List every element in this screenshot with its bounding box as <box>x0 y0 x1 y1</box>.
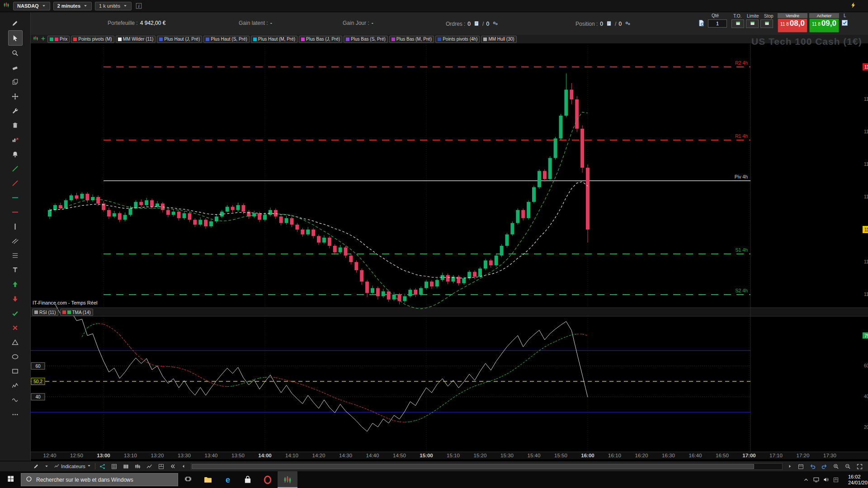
draw-tool-icon[interactable] <box>9 16 22 30</box>
indicator-chip[interactable]: Plus Bas (M, Pré) <box>389 36 434 43</box>
trendline-down-tool-icon[interactable] <box>9 176 22 190</box>
svg-text:15:30: 15:30 <box>500 453 514 458</box>
line-view-icon[interactable] <box>145 463 154 470</box>
opera-browser-taskbar-icon[interactable] <box>258 471 278 488</box>
tray-action-center-icon[interactable] <box>831 471 841 488</box>
zigzag-tool-icon[interactable] <box>9 378 22 393</box>
invalidate-tool-icon[interactable] <box>9 320 22 335</box>
duplicate-tool-icon[interactable] <box>9 75 22 89</box>
more-tools-icon[interactable] <box>9 407 22 422</box>
lock-checkbox[interactable] <box>842 20 848 26</box>
order-ticket-icon[interactable] <box>697 19 705 29</box>
info-button[interactable]: i <box>135 2 142 10</box>
indicator-chip[interactable]: Plus Haut (M, Pré) <box>251 36 297 43</box>
orders-settings-icon[interactable] <box>492 20 499 28</box>
vertical-line-tool-icon[interactable] <box>9 219 22 234</box>
buy-button[interactable]: 11 8 09,0 <box>809 19 839 33</box>
position-settings-icon[interactable] <box>624 20 631 28</box>
zoom-out-icon[interactable] <box>843 463 853 470</box>
chart-type-icon[interactable] <box>33 35 39 43</box>
scrollbar-thumb[interactable] <box>192 464 754 469</box>
cursor-tool-icon[interactable] <box>8 30 23 46</box>
sell-arrow-tool-icon[interactable] <box>9 291 22 306</box>
resistance-line-tool-icon[interactable] <box>9 205 22 219</box>
indicator-chip[interactable]: Plus Haut (S, Pré) <box>203 36 250 43</box>
draw-mode-icon[interactable] <box>32 463 41 470</box>
wave-tool-icon[interactable] <box>9 393 22 407</box>
svg-text:15:00: 15:00 <box>420 453 433 458</box>
scroll-right-button[interactable] <box>786 463 794 470</box>
oco-order-button[interactable] <box>731 19 744 28</box>
share-icon[interactable] <box>98 463 107 470</box>
indicator-chip[interactable]: Plus Bas (J, Pré) <box>299 36 342 43</box>
start-button[interactable] <box>0 471 21 488</box>
order-chart-tool-icon[interactable] <box>9 132 22 147</box>
sell-button[interactable]: 11 8 08,0 <box>778 19 807 33</box>
indicator-chip[interactable]: Plus Bas (S, Pré) <box>344 36 388 43</box>
tray-display-icon[interactable] <box>811 471 821 488</box>
taskbar-search[interactable]: Rechercher sur le web et dans Windows <box>21 473 178 486</box>
zoom-in-icon[interactable] <box>831 463 841 470</box>
chevron-down-icon[interactable] <box>43 463 50 470</box>
rectangle-tool-icon[interactable] <box>9 364 22 378</box>
validate-tool-icon[interactable] <box>9 306 22 320</box>
file-explorer-taskbar-icon[interactable] <box>198 471 218 488</box>
zoom-tool-icon[interactable] <box>9 46 22 60</box>
windows-store-taskbar-icon[interactable] <box>238 471 258 488</box>
indicator-chip[interactable]: Plus Haut (J, Pré) <box>157 36 202 43</box>
tray-volume-icon[interactable] <box>821 471 831 488</box>
alert-tool-icon[interactable] <box>9 147 22 161</box>
indicators-button[interactable]: Indicateurs <box>52 463 93 470</box>
orders-list-icon[interactable] <box>473 20 480 28</box>
edge-browser-taskbar-icon[interactable]: e <box>218 471 238 488</box>
delete-tool-icon[interactable] <box>9 118 22 132</box>
buy-arrow-tool-icon[interactable] <box>9 277 22 291</box>
settings-tool-icon[interactable] <box>9 103 22 118</box>
svg-text:40: 40 <box>864 394 868 399</box>
eraser-tool-icon[interactable] <box>9 60 22 75</box>
limit-order-button[interactable] <box>746 19 759 28</box>
columns-view-icon[interactable] <box>121 463 131 470</box>
svg-text:50,2: 50,2 <box>33 379 42 384</box>
fullscreen-icon[interactable] <box>855 463 864 470</box>
instrument-select[interactable]: NASDAQ <box>13 2 50 10</box>
position-list-icon[interactable] <box>606 20 612 28</box>
indicator-chip[interactable]: Points pivots (4h) <box>435 36 480 43</box>
indicator-chip[interactable]: MM Wilder (11) <box>116 36 156 43</box>
trendline-up-tool-icon[interactable] <box>9 161 22 176</box>
tray-chevron-up-icon[interactable] <box>801 471 811 488</box>
lightning-icon[interactable] <box>850 2 857 10</box>
indicator-chip[interactable]: MM Hull (30) <box>481 36 516 43</box>
indicator-chip[interactable]: TMA (14) <box>60 309 93 316</box>
triangle-tool-icon[interactable] <box>9 335 22 349</box>
indicator-chip[interactable]: RSI (11) <box>32 309 58 316</box>
task-view-button[interactable] <box>178 471 198 488</box>
units-select[interactable]: 1 k unités <box>95 2 132 10</box>
indicator-chip[interactable]: Prix <box>47 36 70 43</box>
collapse-panel-icon[interactable] <box>168 463 177 470</box>
stop-order-button[interactable] <box>760 19 773 28</box>
price-chart[interactable]: R2 4hR1 4hPiv 4hS1 4hS2 4h11 760,011 780… <box>31 43 868 459</box>
taskbar-clock[interactable]: 16:02 24/01/2018 <box>848 471 868 488</box>
support-line-tool-icon[interactable] <box>9 190 22 205</box>
quantity-input[interactable] <box>708 19 727 28</box>
fibonacci-tool-icon[interactable] <box>9 248 22 263</box>
candlestick-view-icon[interactable] <box>133 463 142 470</box>
channel-tool-icon[interactable] <box>9 234 22 248</box>
indicator-chip[interactable]: Points pivots (M) <box>71 36 114 43</box>
undo-icon[interactable] <box>808 463 817 470</box>
timeframe-select[interactable]: 2 minutes <box>53 2 92 10</box>
scroll-left-button[interactable] <box>179 463 188 470</box>
horizontal-scrollbar[interactable] <box>191 463 783 470</box>
text-tool-icon[interactable] <box>9 263 22 277</box>
trading-app-taskbar-icon[interactable] <box>278 471 297 488</box>
grid-layout-icon[interactable] <box>109 463 119 470</box>
redo-icon[interactable] <box>820 463 829 470</box>
layout-icon[interactable] <box>156 463 166 470</box>
calendar-icon[interactable] <box>796 463 806 470</box>
orders-field: Ordres : 0 / 0 <box>446 20 499 28</box>
move-tool-icon[interactable] <box>9 89 22 103</box>
orders-count-2: 0 <box>486 21 489 27</box>
add-indicator-icon[interactable] <box>40 35 46 43</box>
ellipse-tool-icon[interactable] <box>9 349 22 364</box>
